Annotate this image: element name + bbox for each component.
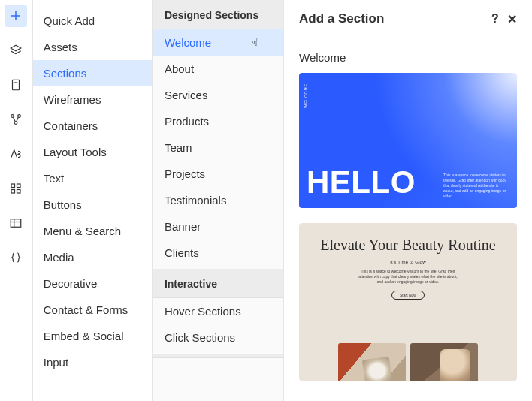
help-button[interactable]: ? [487,11,503,27]
sub-item-clients[interactable]: Clients [153,240,283,266]
svg-point-5 [11,115,14,118]
category-embed-social[interactable]: Embed & Social [33,323,152,349]
category-wireframes[interactable]: Wireframes [33,86,152,113]
category-menu-search[interactable]: Menu & Search [33,218,152,244]
category-assets[interactable]: Assets [33,34,152,60]
structure-icon[interactable] [5,108,27,131]
apps-grid-icon[interactable] [5,177,27,200]
beauty-image-1 [338,343,406,381]
svg-rect-10 [11,190,15,194]
cursor-hand-icon: ☟ [251,35,258,49]
sub-item-banner[interactable]: Banner [153,213,283,240]
beauty-image-2 [410,343,478,381]
sub-header-designed: Designed Sections [153,0,283,29]
hello-blurb: This is a space to welcome visitors to t… [443,173,509,199]
preview-panel: Add a Section ? ✕ Welcome WELCOME HELLO … [284,0,532,401]
beauty-subtitle: It's Time to Glow [299,260,517,264]
hello-headline: HELLO [307,164,416,200]
preview-title: Add a Section [299,11,487,26]
sub-item-welcome[interactable]: Welcome ☟ [153,29,283,56]
preview-card-hello[interactable]: WELCOME HELLO This is a space to welcome… [299,73,517,208]
preview-card-beauty[interactable]: Elevate Your Beauty Routine It's Time to… [299,223,517,381]
sub-item-about[interactable]: About [153,56,283,82]
beauty-paragraph: This is a space to welcome visitors to t… [355,269,461,285]
preview-list: WELCOME HELLO This is a space to welcome… [284,73,532,401]
beauty-title: Elevate Your Beauty Routine [299,237,517,254]
category-panel: Quick Add Assets Sections Wireframes Con… [33,0,153,401]
category-layout-tools[interactable]: Layout Tools [33,139,152,165]
page-icon[interactable] [5,74,27,96]
sub-panel-divider [153,354,283,358]
category-sections[interactable]: Sections [33,60,152,86]
svg-rect-9 [17,184,21,188]
braces-icon[interactable] [5,246,27,269]
sub-item-click-sections[interactable]: Click Sections [153,324,283,351]
sub-header-interactive: Interactive [153,269,283,298]
sub-panel: Designed Sections Welcome ☟ About Servic… [153,0,284,401]
section-filter-label: Welcome [284,33,532,73]
svg-rect-11 [17,190,21,194]
sub-item-projects[interactable]: Projects [153,161,283,187]
icon-rail [0,0,33,401]
svg-point-7 [15,122,18,125]
hello-side-label: WELCOME [304,83,308,108]
category-input[interactable]: Input [33,349,152,375]
svg-rect-12 [11,219,22,228]
category-text[interactable]: Text [33,165,152,191]
sub-item-testimonials[interactable]: Testimonials [153,187,283,213]
svg-rect-8 [11,184,15,188]
category-quick-add[interactable]: Quick Add [33,8,152,34]
layers-icon[interactable] [5,39,27,62]
svg-point-6 [18,115,21,118]
category-containers[interactable]: Containers [33,113,152,139]
category-buttons[interactable]: Buttons [33,191,152,218]
category-contact-forms[interactable]: Contact & Forms [33,297,152,323]
text-style-icon[interactable] [5,143,27,165]
sub-item-team[interactable]: Team [153,134,283,161]
plus-icon[interactable] [5,5,27,27]
preview-header: Add a Section ? ✕ [284,0,532,33]
svg-marker-2 [11,45,22,51]
table-icon[interactable] [5,212,27,234]
category-decorative[interactable]: Decorative [33,270,152,297]
sub-item-services[interactable]: Services [153,82,283,108]
category-media[interactable]: Media [33,244,152,270]
sub-item-hover-sections[interactable]: Hover Sections [153,298,283,324]
sub-item-label: Welcome [165,36,211,49]
close-button[interactable]: ✕ [503,11,520,27]
beauty-cta-button: Start Now [391,291,425,300]
svg-rect-3 [13,80,20,90]
beauty-image-row [338,343,478,381]
sub-item-products[interactable]: Products [153,108,283,134]
